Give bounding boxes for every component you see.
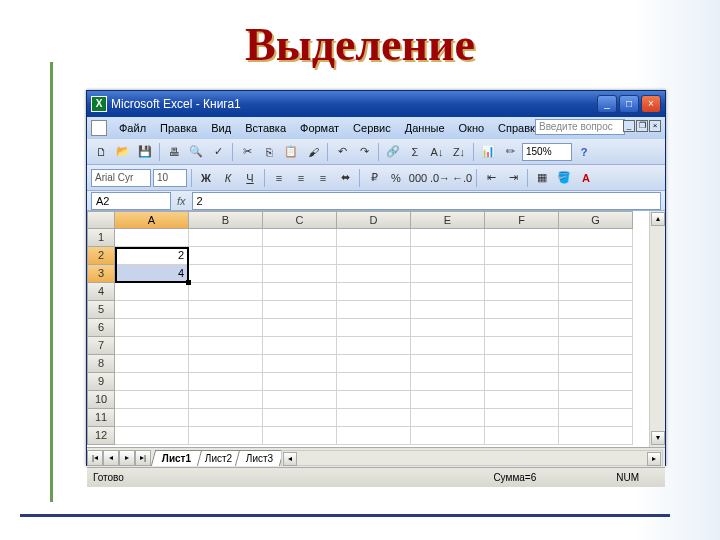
menu-format[interactable]: Формат	[294, 120, 345, 136]
autosum-button[interactable]: Σ	[405, 142, 425, 162]
cell-B8[interactable]	[189, 355, 263, 373]
cell-E7[interactable]	[411, 337, 485, 355]
maximize-button[interactable]: □	[619, 95, 639, 113]
menu-file[interactable]: Файл	[113, 120, 152, 136]
comma-button[interactable]: 000	[408, 168, 428, 188]
vertical-scrollbar[interactable]: ▴ ▾	[649, 211, 665, 447]
cell-D4[interactable]	[337, 283, 411, 301]
cell-D12[interactable]	[337, 427, 411, 445]
row-header-2[interactable]: 2	[87, 247, 115, 265]
cell-B5[interactable]	[189, 301, 263, 319]
sheet-tab-3[interactable]: Лист3	[235, 450, 285, 466]
row-header-9[interactable]: 9	[87, 373, 115, 391]
formula-bar[interactable]: 2	[192, 192, 661, 210]
hyperlink-button[interactable]: 🔗	[383, 142, 403, 162]
tab-nav-next[interactable]: ▸	[119, 450, 135, 466]
italic-button[interactable]: К	[218, 168, 238, 188]
cell-F6[interactable]	[485, 319, 559, 337]
row-header-5[interactable]: 5	[87, 301, 115, 319]
cell-C1[interactable]	[263, 229, 337, 247]
help-search-box[interactable]: Введите вопрос	[535, 119, 625, 135]
cell-E10[interactable]	[411, 391, 485, 409]
cell-C3[interactable]	[263, 265, 337, 283]
mdi-restore-button[interactable]: ❐	[636, 120, 648, 132]
cell-C11[interactable]	[263, 409, 337, 427]
cell-G10[interactable]	[559, 391, 633, 409]
cell-F7[interactable]	[485, 337, 559, 355]
tab-nav-last[interactable]: ▸|	[135, 450, 151, 466]
mdi-close-button[interactable]: ×	[649, 120, 661, 132]
sort-asc-button[interactable]: A↓	[427, 142, 447, 162]
open-button[interactable]: 📂	[113, 142, 133, 162]
cell-D11[interactable]	[337, 409, 411, 427]
decrease-indent-button[interactable]: ⇤	[481, 168, 501, 188]
print-preview-button[interactable]: 🔍	[186, 142, 206, 162]
cell-G9[interactable]	[559, 373, 633, 391]
minimize-button[interactable]: _	[597, 95, 617, 113]
paste-button[interactable]: 📋	[281, 142, 301, 162]
cell-D8[interactable]	[337, 355, 411, 373]
cell-F3[interactable]	[485, 265, 559, 283]
cell-B2[interactable]	[189, 247, 263, 265]
cell-C7[interactable]	[263, 337, 337, 355]
cell-B3[interactable]	[189, 265, 263, 283]
col-header-F[interactable]: F	[485, 211, 559, 229]
titlebar[interactable]: X Microsoft Excel - Книга1 _ □ ×	[87, 91, 665, 117]
cell-G5[interactable]	[559, 301, 633, 319]
help-button[interactable]: ?	[574, 142, 594, 162]
copy-button[interactable]: ⎘	[259, 142, 279, 162]
cell-E11[interactable]	[411, 409, 485, 427]
cell-C8[interactable]	[263, 355, 337, 373]
col-header-A[interactable]: A	[115, 211, 189, 229]
drawing-button[interactable]: ✏	[500, 142, 520, 162]
cell-C4[interactable]	[263, 283, 337, 301]
redo-button[interactable]: ↷	[354, 142, 374, 162]
cell-G1[interactable]	[559, 229, 633, 247]
zoom-box[interactable]: 150%	[522, 143, 572, 161]
percent-button[interactable]: %	[386, 168, 406, 188]
tab-nav-prev[interactable]: ◂	[103, 450, 119, 466]
fx-label[interactable]: fx	[171, 195, 192, 207]
align-center-button[interactable]: ≡	[291, 168, 311, 188]
sheet-tab-1[interactable]: Лист1	[151, 450, 202, 466]
col-header-D[interactable]: D	[337, 211, 411, 229]
menu-view[interactable]: Вид	[205, 120, 237, 136]
cell-C6[interactable]	[263, 319, 337, 337]
menu-edit[interactable]: Правка	[154, 120, 203, 136]
col-header-C[interactable]: C	[263, 211, 337, 229]
decrease-decimal-button[interactable]: ←.0	[452, 168, 472, 188]
cell-A2[interactable]: 2	[115, 247, 189, 265]
chart-wizard-button[interactable]: 📊	[478, 142, 498, 162]
col-header-G[interactable]: G	[559, 211, 633, 229]
row-header-10[interactable]: 10	[87, 391, 115, 409]
row-header-8[interactable]: 8	[87, 355, 115, 373]
cell-F2[interactable]	[485, 247, 559, 265]
underline-button[interactable]: Ч	[240, 168, 260, 188]
cell-F11[interactable]	[485, 409, 559, 427]
cell-G6[interactable]	[559, 319, 633, 337]
cell-F4[interactable]	[485, 283, 559, 301]
cell-A3[interactable]: 4	[115, 265, 189, 283]
cell-A12[interactable]	[115, 427, 189, 445]
menu-data[interactable]: Данные	[399, 120, 451, 136]
increase-indent-button[interactable]: ⇥	[503, 168, 523, 188]
bold-button[interactable]: Ж	[196, 168, 216, 188]
cell-A7[interactable]	[115, 337, 189, 355]
cell-C10[interactable]	[263, 391, 337, 409]
close-button[interactable]: ×	[641, 95, 661, 113]
row-header-3[interactable]: 3	[87, 265, 115, 283]
cell-D5[interactable]	[337, 301, 411, 319]
cell-D3[interactable]	[337, 265, 411, 283]
cell-A10[interactable]	[115, 391, 189, 409]
merge-center-button[interactable]: ⬌	[335, 168, 355, 188]
menu-insert[interactable]: Вставка	[239, 120, 292, 136]
scroll-up-button[interactable]: ▴	[651, 212, 665, 226]
cell-E9[interactable]	[411, 373, 485, 391]
cell-A8[interactable]	[115, 355, 189, 373]
cell-D6[interactable]	[337, 319, 411, 337]
row-header-7[interactable]: 7	[87, 337, 115, 355]
cell-B6[interactable]	[189, 319, 263, 337]
cell-E1[interactable]	[411, 229, 485, 247]
spelling-button[interactable]: ✓	[208, 142, 228, 162]
align-left-button[interactable]: ≡	[269, 168, 289, 188]
